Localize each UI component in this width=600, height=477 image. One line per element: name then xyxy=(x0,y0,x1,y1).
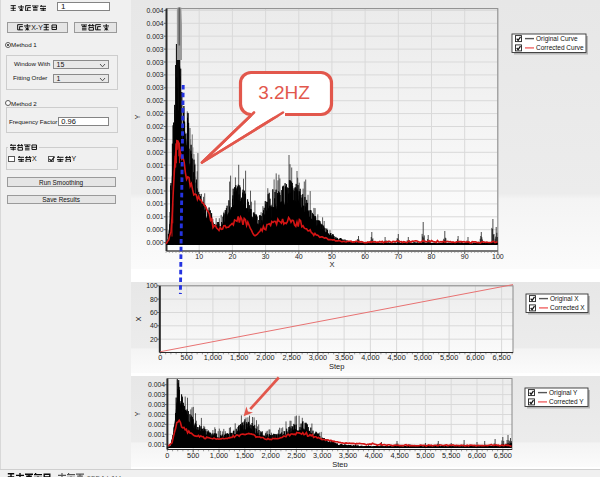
svg-text:0.002: 0.002 xyxy=(146,110,163,117)
svg-text:0.002: 0.002 xyxy=(146,149,163,156)
svg-text:0.001: 0.001 xyxy=(146,188,163,195)
svg-text:Step: Step xyxy=(329,362,344,371)
svg-text:0.003: 0.003 xyxy=(146,33,163,40)
svg-text:0.001: 0.001 xyxy=(146,162,163,169)
svg-text:0.003: 0.003 xyxy=(146,46,163,53)
svg-text:0.000: 0.000 xyxy=(146,226,163,233)
svg-text:20: 20 xyxy=(150,336,158,343)
svg-text:0.002: 0.002 xyxy=(146,97,163,104)
svg-text:0.001: 0.001 xyxy=(148,441,165,448)
svg-text:Y: Y xyxy=(133,411,142,416)
svg-text:0.003: 0.003 xyxy=(146,84,163,91)
svg-text:0.003: 0.003 xyxy=(146,59,163,66)
svg-text:Original Curve: Original Curve xyxy=(536,35,578,43)
svg-text:X: X xyxy=(329,260,334,269)
svg-text:0: 0 xyxy=(165,451,169,460)
svg-text:Y: Y xyxy=(133,114,142,119)
svg-text:0.001: 0.001 xyxy=(146,213,163,220)
svg-text:40: 40 xyxy=(150,322,158,329)
svg-text:Corrected Curve: Corrected Curve xyxy=(536,44,584,51)
svg-text:Original X: Original X xyxy=(550,295,579,303)
svg-text:0.004: 0.004 xyxy=(146,20,163,27)
svg-text:0.001: 0.001 xyxy=(146,200,163,207)
svg-text:80: 80 xyxy=(150,296,158,303)
svg-text:Step: Step xyxy=(332,460,347,468)
svg-text:0.002: 0.002 xyxy=(148,411,165,418)
svg-text:Corrected Y: Corrected Y xyxy=(549,398,584,405)
svg-text:100: 100 xyxy=(146,282,158,289)
svg-text:0.002: 0.002 xyxy=(146,136,163,143)
svg-text:0.003: 0.003 xyxy=(148,401,165,408)
svg-text:0.002: 0.002 xyxy=(146,123,163,130)
svg-text:0.004: 0.004 xyxy=(148,381,165,388)
svg-text:0.003: 0.003 xyxy=(148,391,165,398)
svg-text:Original Y: Original Y xyxy=(549,389,578,397)
svg-text:0.001: 0.001 xyxy=(148,431,165,438)
svg-text:0.000: 0.000 xyxy=(146,239,163,246)
svg-text:0.004: 0.004 xyxy=(146,7,163,14)
svg-text:0.002: 0.002 xyxy=(148,421,165,428)
svg-text:0.003: 0.003 xyxy=(146,71,163,78)
svg-text:0.001: 0.001 xyxy=(146,175,163,182)
svg-text:X: X xyxy=(134,316,143,321)
svg-text:60: 60 xyxy=(150,309,158,316)
svg-text:Corrected X: Corrected X xyxy=(550,304,585,311)
